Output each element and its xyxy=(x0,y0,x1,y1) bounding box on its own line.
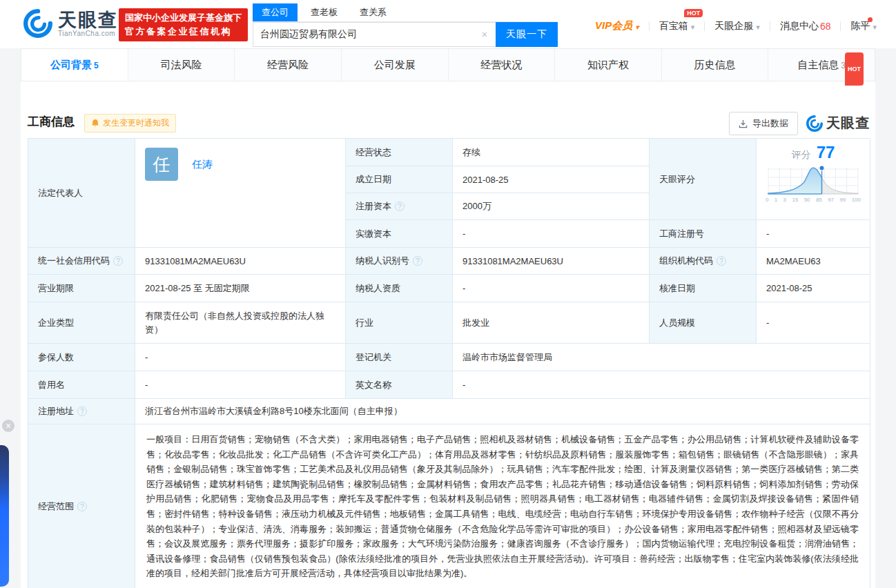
chevron-down-icon xyxy=(688,21,695,32)
vip-label: VIP会员 xyxy=(595,19,632,32)
insured-label: 参保人数 xyxy=(28,344,135,371)
reg-capital-label: 注册资本 xyxy=(346,193,453,220)
section-header: 工商信息 发生变更时通知我 导出数据 天眼查 xyxy=(28,112,870,135)
logo-domain: TianYanCha.com xyxy=(58,30,118,37)
english-name-value: - xyxy=(453,371,870,399)
tianyancha-logo-icon xyxy=(806,115,823,132)
chevron-down-icon xyxy=(870,21,877,32)
company-tabs: 公司背景5 司法风险 经营风险 公司发展 经营状况 知识产权 历史信息 HOT … xyxy=(21,48,875,81)
nav-message-center[interactable]: 消息中心 68 xyxy=(780,20,831,32)
credit-code-label: 统一社会信用代码 xyxy=(28,248,135,275)
search-tab-company[interactable]: 查公司 xyxy=(253,3,298,21)
hot-badge: HOT xyxy=(845,52,864,86)
approval-date-value: 2021-08-25 xyxy=(757,275,870,302)
message-count: 68 xyxy=(820,21,831,32)
tianyancha-logo[interactable]: 天眼查 TianYanCha.com xyxy=(23,9,118,38)
tab-label: 经营状况 xyxy=(480,59,522,70)
tab-label: 经营风险 xyxy=(267,59,309,70)
bell-icon xyxy=(91,119,99,128)
legal-rep-link[interactable]: 任涛 xyxy=(192,148,213,181)
staff-size-label: 人员规模 xyxy=(650,302,757,344)
notify-label: 发生变更时通知我 xyxy=(103,117,169,129)
search-button[interactable]: 天眼一下 xyxy=(496,22,558,47)
term-value: 2021-08-25 至 无固定期限 xyxy=(135,275,346,302)
founded-value: 2021-08-25 xyxy=(453,166,650,193)
watermark-logo: 天眼查 xyxy=(806,114,870,133)
insured-value: - xyxy=(135,344,346,371)
notification-dot xyxy=(868,17,873,22)
enterprise-label: 天眼企服 xyxy=(714,20,753,32)
logo-name: 天眼查 xyxy=(58,10,118,30)
nav-enterprise-service[interactable]: 天眼企服 xyxy=(714,20,760,32)
download-icon xyxy=(739,119,748,128)
toolbox-label: 百宝箱 xyxy=(659,20,688,32)
founded-label: 成立日期 xyxy=(346,166,453,193)
taxpayer-quali-label: 纳税人资质 xyxy=(346,275,453,302)
divider xyxy=(649,21,650,31)
paid-capital-value: - xyxy=(453,220,650,248)
search-tab-relation[interactable]: 查关系 xyxy=(351,3,396,21)
paid-capital-label: 实缴资本 xyxy=(346,220,453,248)
company-type-value: 有限责任公司（非自然人投资或控股的法人独资） xyxy=(135,302,346,344)
top-header: 天眼查 TianYanCha.com 国家中小企业发展子基金旗下 官方备案企业征… xyxy=(0,0,896,48)
help-icon[interactable] xyxy=(717,256,726,266)
tab-operating-risk[interactable]: 经营风险 xyxy=(235,49,342,81)
legal-rep-label: 法定代表人 xyxy=(28,139,135,248)
close-icon[interactable] xyxy=(2,420,14,432)
org-code-label: 组织机构代码 xyxy=(650,248,757,275)
nav-vip[interactable]: VIP会员 xyxy=(595,19,639,32)
registry-value: 温岭市市场监督管理局 xyxy=(453,344,870,371)
tab-company-background[interactable]: 公司背景5 xyxy=(21,49,128,81)
legal-rep-avatar[interactable]: 任 xyxy=(145,148,178,181)
score-marker-pin xyxy=(819,166,824,170)
help-icon[interactable] xyxy=(77,406,87,416)
nav-user[interactable]: 陈平 xyxy=(850,20,877,32)
approval-date-label: 核准日期 xyxy=(650,275,757,302)
taxpayer-id-value: 91331081MA2MAEU63U xyxy=(453,248,650,275)
registry-label: 登记机关 xyxy=(346,344,453,371)
divider xyxy=(704,21,705,31)
floating-ad-banner[interactable] xyxy=(0,445,9,587)
chevron-down-icon xyxy=(753,21,760,32)
help-icon[interactable] xyxy=(395,202,405,211)
tab-judicial-risk[interactable]: 司法风险 xyxy=(128,49,235,81)
score-chart-cell[interactable]: 评分 77 xyxy=(757,139,870,220)
gov-certification-badge: 国家中小企业发展子基金旗下 官方备案企业征信机构 xyxy=(119,8,248,41)
credit-code-value: 91331081MA2MAEU63U xyxy=(135,248,346,275)
status-value: 存续 xyxy=(453,139,650,166)
badge-line1: 国家中小企业发展子基金旗下 xyxy=(125,11,242,25)
tab-label: 历史信息 xyxy=(694,59,736,70)
tab-operating-status[interactable]: 经营状况 xyxy=(449,49,556,81)
export-data-button[interactable]: 导出数据 xyxy=(729,112,798,135)
help-icon[interactable] xyxy=(113,256,123,266)
score-axis-ticks: 0131550859799100 xyxy=(766,197,861,203)
clear-icon[interactable] xyxy=(479,29,490,40)
tab-self-published-info[interactable]: HOT 自主信息3 xyxy=(768,49,875,81)
scope-text: 一般项目：日用百货销售；宠物销售（不含犬类）；家用电器销售；电子产品销售；照相机… xyxy=(146,432,859,581)
hot-badge: HOT xyxy=(684,9,703,17)
search-input[interactable] xyxy=(253,22,496,47)
help-icon[interactable] xyxy=(413,256,422,266)
company-type-label: 企业类型 xyxy=(28,302,135,344)
legal-rep-cell: 任 任涛 xyxy=(135,139,346,248)
address-value: 浙江省台州市温岭市大溪镇金利路8号10楼东北面间（自主申报） xyxy=(135,399,870,424)
tab-company-development[interactable]: 公司发展 xyxy=(342,49,449,81)
industry-label: 行业 xyxy=(346,302,453,344)
user-name: 陈平 xyxy=(850,20,870,32)
messages-label: 消息中心 xyxy=(780,20,819,32)
tab-history-info[interactable]: 历史信息 xyxy=(662,49,769,81)
divider xyxy=(840,21,841,31)
tab-intellectual-property[interactable]: 知识产权 xyxy=(555,49,662,81)
search-tab-boss[interactable]: 查老板 xyxy=(302,3,347,21)
help-icon[interactable] xyxy=(77,502,87,511)
status-label: 经营状态 xyxy=(346,139,453,166)
search-area: 查公司 查老板 查关系 天眼一下 xyxy=(253,3,558,47)
notify-on-change-button[interactable]: 发生变更时通知我 xyxy=(84,114,176,133)
score-caption: 评分 xyxy=(792,149,811,161)
scope-value: 一般项目：日用百货销售；宠物销售（不含犬类）；家用电器销售；电子产品销售；照相机… xyxy=(135,424,870,588)
taxpayer-quali-value: - xyxy=(453,275,650,302)
main-container: 公司背景5 司法风险 经营风险 公司发展 经营状况 知识产权 历史信息 HOT … xyxy=(21,48,875,588)
nav-toolbox[interactable]: HOT 百宝箱 xyxy=(659,20,695,32)
english-name-label: 英文名称 xyxy=(346,371,453,399)
export-label: 导出数据 xyxy=(752,117,788,130)
